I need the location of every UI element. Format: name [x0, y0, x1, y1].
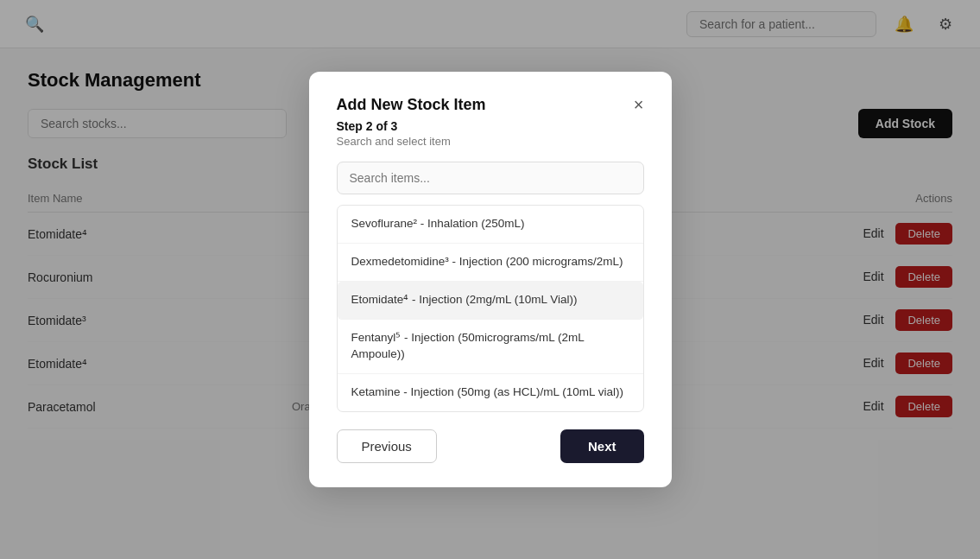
modal-overlay: Add New Stock Item × Step 2 of 3 Search … — [0, 0, 980, 559]
list-item[interactable]: Dexmedetomidine³ - Injection (200 microg… — [338, 244, 643, 282]
modal-title: Add New Stock Item — [337, 96, 486, 114]
modal-step: Step 2 of 3 — [337, 119, 644, 133]
list-item[interactable]: Ketamine - Injection (50mg (as HCL)/mL (… — [338, 374, 643, 411]
modal-dialog: Add New Stock Item × Step 2 of 3 Search … — [309, 72, 672, 486]
modal-search-input[interactable] — [337, 162, 644, 194]
modal-step-description: Search and select item — [337, 135, 644, 148]
list-item[interactable]: Fentanyl⁵ - Injection (50micrograms/mL (… — [338, 320, 643, 374]
previous-button[interactable]: Previous — [337, 429, 437, 463]
next-button[interactable]: Next — [560, 429, 644, 463]
items-list: Sevoflurane² - Inhalation (250mL) Dexmed… — [337, 205, 644, 411]
modal-footer: Previous Next — [337, 429, 644, 463]
modal-close-button[interactable]: × — [634, 96, 644, 113]
list-item[interactable]: Sevoflurane² - Inhalation (250mL) — [338, 206, 643, 244]
modal-header: Add New Stock Item × — [337, 96, 644, 114]
list-item[interactable]: Etomidate⁴ - Injection (2mg/mL (10mL Via… — [338, 282, 643, 320]
